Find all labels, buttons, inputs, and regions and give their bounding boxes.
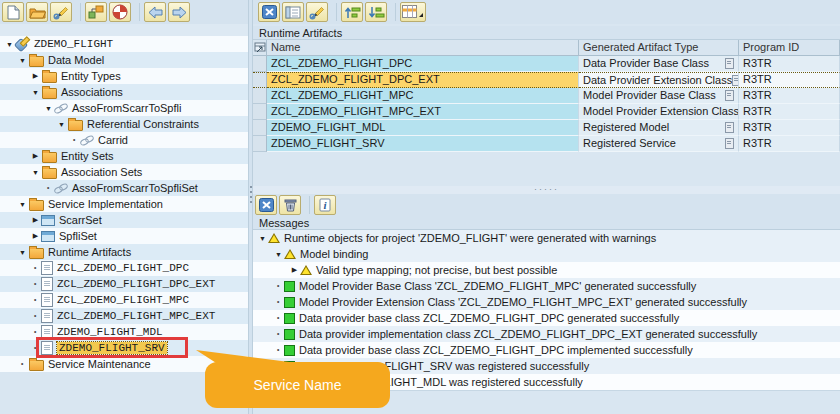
expander-icon[interactable] — [30, 72, 41, 80]
back-arrow-icon — [148, 6, 163, 19]
message-item[interactable]: Valid type mapping; not precise, but bes… — [253, 262, 840, 278]
expander-icon[interactable] — [273, 251, 284, 258]
tree-item-zcl-zdemo-flight-mpc[interactable]: ZCL_ZDEMO_FLIGHT_MPC — [0, 292, 248, 308]
cell-name[interactable]: ZCL_ZDEMO_FLIGHT_DPC_EXT — [267, 72, 579, 88]
cell-program-id[interactable]: R3TR — [739, 72, 840, 88]
message-item[interactable]: Runtime objects for project 'ZDEMO_FLIGH… — [253, 230, 840, 246]
tree-item-association-sets[interactable]: Association Sets — [0, 164, 248, 180]
tree-item-data-model[interactable]: Data Model — [0, 52, 248, 68]
info-button[interactable]: i — [314, 195, 336, 215]
close-messages-button[interactable] — [255, 195, 277, 215]
row-selector[interactable] — [253, 88, 267, 104]
cell-type[interactable]: Model Provider Extension Class — [579, 104, 739, 120]
tree-item-spfliset[interactable]: SpfliSet — [0, 228, 248, 244]
tree-item-asso-from-scarr-to-spfli-set[interactable]: AssoFromScarrToSpfliSet — [0, 180, 248, 196]
sort-descending-icon — [368, 6, 385, 19]
back-button[interactable] — [144, 2, 166, 22]
cell-name[interactable]: ZCL_ZDEMO_FLIGHT_DPC — [267, 56, 579, 72]
column-header-program-id[interactable]: Program ID — [739, 40, 840, 56]
expander-icon[interactable] — [289, 266, 300, 274]
new-page-icon — [7, 5, 20, 20]
cell-type[interactable]: Model Provider Base Class — [579, 88, 739, 104]
cell-type[interactable]: Registered Model — [579, 120, 739, 136]
object-type-icon — [725, 138, 734, 149]
expander-icon[interactable] — [30, 232, 41, 240]
leaf-bullet — [17, 357, 28, 371]
cell-name[interactable]: ZCL_ZDEMO_FLIGHT_MPC — [267, 88, 579, 104]
table-row-selected[interactable]: ZCL_ZDEMO_FLIGHT_DPC_EXT Data Provider E… — [253, 72, 840, 88]
tree-item-entity-types[interactable]: Entity Types — [0, 68, 248, 84]
generate-runtime-objects-button[interactable] — [109, 2, 131, 22]
cell-program-id[interactable]: R3TR — [739, 104, 840, 120]
cell-name[interactable]: ZCL_ZDEMO_FLIGHT_MPC_EXT — [267, 104, 579, 120]
select-all-button[interactable] — [253, 40, 267, 56]
new-project-button[interactable] — [2, 2, 24, 22]
message-item[interactable]: Model Provider Extension Class 'ZCL_ZDEM… — [253, 294, 840, 310]
tree-item-service-implementation[interactable]: Service Implementation — [0, 196, 248, 212]
tree-item-associations[interactable]: Associations — [0, 84, 248, 100]
cell-program-id[interactable]: R3TR — [739, 88, 840, 104]
expander-icon[interactable] — [30, 216, 41, 224]
cell-type[interactable]: Data Provider Extension Class — [579, 72, 739, 88]
tree-item-asso-from-scarr-to-spfli[interactable]: AssoFromScarrToSpfli — [0, 100, 248, 116]
entity-set-icon — [41, 231, 55, 242]
cell-program-id[interactable]: R3TR — [739, 56, 840, 72]
cell-type[interactable]: Data Provider Base Class — [579, 56, 739, 72]
expander-icon[interactable] — [30, 169, 41, 176]
table-row[interactable]: ZCL_ZDEMO_FLIGHT_MPC_EXT Model Provider … — [253, 104, 840, 120]
tree-item-zcl-zdemo-flight-dpc[interactable]: ZCL_ZDEMO_FLIGHT_DPC — [0, 260, 248, 276]
column-header-name[interactable]: Name — [267, 40, 579, 56]
table-row[interactable]: ZCL_ZDEMO_FLIGHT_MPC Model Provider Base… — [253, 88, 840, 104]
table-row[interactable]: ZDEMO_FLIGHT_SRV Registered Service R3TR — [253, 136, 840, 152]
tree-item-zcl-zdemo-flight-dpc-ext[interactable]: ZCL_ZDEMO_FLIGHT_DPC_EXT — [0, 276, 248, 292]
row-selector[interactable] — [253, 104, 267, 120]
message-item[interactable]: Data provider implementation class ZCL_Z… — [253, 326, 840, 342]
expander-icon[interactable] — [43, 105, 54, 112]
expander-icon[interactable] — [17, 201, 28, 208]
expander-icon[interactable] — [257, 235, 268, 242]
expander-icon[interactable] — [17, 57, 28, 64]
expander-icon[interactable] — [17, 249, 28, 256]
column-header-type[interactable]: Generated Artifact Type — [579, 40, 739, 56]
table-row[interactable]: ZCL_ZDEMO_FLIGHT_DPC Data Provider Base … — [253, 56, 840, 72]
cell-program-id[interactable]: R3TR — [739, 120, 840, 136]
tree-item-entity-sets[interactable]: Entity Sets — [0, 148, 248, 164]
sort-ascending-button[interactable] — [341, 2, 363, 22]
message-item[interactable]: Data provider base class ZCL_ZDEMO_FLIGH… — [253, 310, 840, 326]
message-item[interactable]: Model binding — [253, 246, 840, 262]
row-selector[interactable] — [253, 136, 267, 152]
check-project-button[interactable] — [85, 2, 107, 22]
change-button[interactable] — [306, 2, 328, 22]
cell-name[interactable]: ZDEMO_FLIGHT_MDL — [267, 120, 579, 136]
message-item[interactable]: Model Provider Base Class 'ZCL_ZDEMO_FLI… — [253, 278, 840, 294]
table-row[interactable]: ZDEMO_FLIGHT_MDL Registered Model R3TR — [253, 120, 840, 136]
forward-arrow-icon — [172, 6, 187, 19]
tree-item-scarrset[interactable]: ScarrSet — [0, 212, 248, 228]
sort-descending-button[interactable] — [365, 2, 387, 22]
close-list-button[interactable] — [258, 2, 280, 22]
row-selector[interactable] — [253, 72, 267, 88]
tree-item-carrid[interactable]: Carrid — [0, 132, 248, 148]
cell-name[interactable]: ZDEMO_FLIGHT_SRV — [267, 136, 579, 152]
row-selector[interactable] — [253, 56, 267, 72]
horizontal-splitter[interactable] — [253, 186, 840, 194]
row-selector[interactable] — [253, 120, 267, 136]
expander-icon[interactable] — [30, 152, 41, 160]
display-change-button[interactable] — [50, 2, 72, 22]
tree-item-zdemo-flight[interactable]: ZDEMO_FLIGHT — [0, 36, 248, 52]
tree-item-runtime-artifacts[interactable]: Runtime Artifacts — [0, 244, 248, 260]
expander-icon[interactable] — [30, 89, 41, 96]
delete-messages-button[interactable] — [279, 195, 301, 215]
tree-item-zcl-zdemo-flight-mpc-ext[interactable]: ZCL_ZDEMO_FLIGHT_MPC_EXT — [0, 308, 248, 324]
cell-type[interactable]: Registered Service — [579, 136, 739, 152]
table-layout-button[interactable] — [400, 2, 426, 22]
expander-icon[interactable] — [56, 121, 67, 128]
cell-program-id[interactable]: R3TR — [739, 136, 840, 152]
message-item[interactable]: Data provider base class ZCL_ZDEMO_FLIGH… — [253, 342, 840, 358]
leaf-bullet — [30, 293, 41, 307]
tree-item-referential-constraints[interactable]: Referential Constraints — [0, 116, 248, 132]
forward-button[interactable] — [168, 2, 190, 22]
display-button[interactable] — [282, 2, 304, 22]
document-icon — [41, 261, 53, 275]
open-project-button[interactable] — [26, 2, 48, 22]
